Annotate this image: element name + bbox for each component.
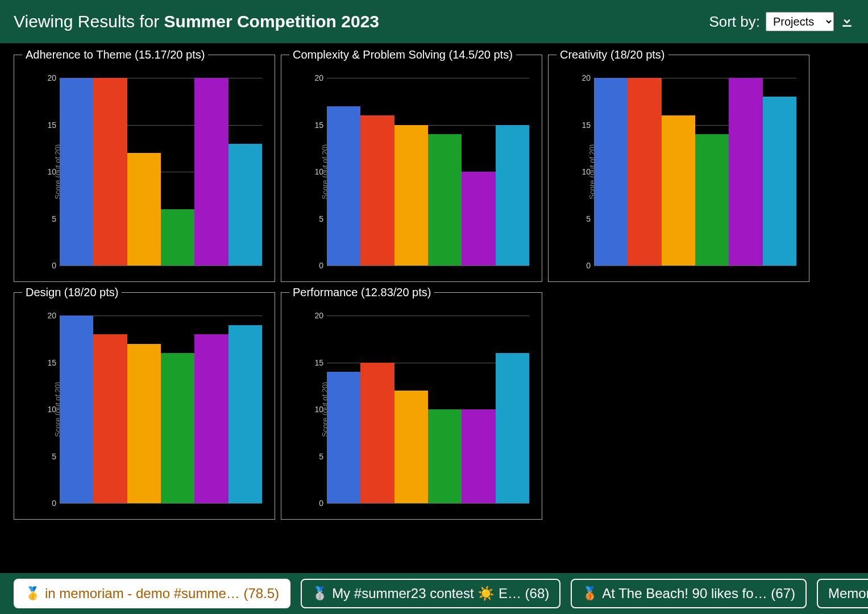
bar-4[interactable]: [462, 409, 495, 503]
chart-title: Performance (12.83/20 pts): [293, 286, 431, 299]
page-title: Viewing Results for Summer Competition 2…: [14, 12, 379, 31]
tick-label: 0: [586, 261, 594, 270]
gridline: [327, 503, 529, 504]
tick-label: 0: [319, 261, 327, 270]
bar-2[interactable]: [662, 115, 695, 265]
result-pill-2[interactable]: 🥉At The Beach! 90 likes fo… (67): [571, 579, 807, 608]
tick-label: 0: [319, 499, 327, 508]
tick-label: 20: [314, 311, 327, 320]
chart-2: Creativity (18/20 pts)05101520Score (out…: [548, 55, 809, 282]
tick-label: 5: [586, 214, 594, 223]
tick-label: 20: [47, 311, 60, 320]
chart-1: Complexity & Problem Solving (14.5/20 pt…: [281, 55, 542, 282]
chart-4: Performance (12.83/20 pts)05101520Score …: [281, 292, 542, 520]
bar-0[interactable]: [327, 372, 360, 503]
bar-2[interactable]: [127, 344, 161, 504]
chart-title: Creativity (18/20 pts): [560, 48, 665, 61]
bar-1[interactable]: [628, 78, 661, 265]
sort-label: Sort by:: [709, 13, 760, 31]
bar-2[interactable]: [127, 153, 161, 265]
competition-name: Summer Competition 2023: [164, 12, 379, 31]
bar-1[interactable]: [360, 115, 394, 265]
gridline: [327, 265, 529, 266]
title-prefix: Viewing Results for: [14, 12, 164, 31]
bar-2[interactable]: [394, 391, 428, 503]
tick-label: 20: [314, 73, 327, 82]
tick-label: 5: [319, 214, 327, 223]
bar-3[interactable]: [161, 353, 194, 503]
tick-label: 15: [314, 121, 327, 130]
tick-label: 5: [52, 214, 60, 223]
chart-title: Design (18/20 pts): [26, 286, 118, 299]
bar-5[interactable]: [496, 353, 529, 503]
bar-1[interactable]: [93, 334, 127, 503]
gridline: [60, 503, 262, 504]
gridline: [594, 265, 796, 266]
pill-label: My #summer23 contest ☀️ E… (68): [332, 586, 549, 601]
bar-3[interactable]: [695, 134, 729, 265]
chart-3: Design (18/20 pts)05101520Score (out of …: [14, 292, 275, 520]
bar-5[interactable]: [496, 125, 529, 266]
bar-3[interactable]: [428, 409, 462, 503]
bar-2[interactable]: [394, 125, 428, 266]
tick-label: 15: [582, 121, 594, 130]
medal-icon: 🥈: [312, 586, 327, 601]
bar-1[interactable]: [93, 78, 127, 265]
download-icon[interactable]: [840, 14, 854, 29]
result-pill-1[interactable]: 🥈My #summer23 contest ☀️ E… (68): [301, 579, 560, 608]
result-pill-0[interactable]: 🥇in memoriam - demo #summe… (78.5): [14, 579, 290, 608]
tick-label: 15: [314, 358, 327, 367]
tick-label: 15: [47, 358, 60, 367]
footer-bar: 🥇in memoriam - demo #summe… (78.5)🥈My #s…: [0, 573, 868, 614]
tick-label: 15: [47, 121, 60, 130]
bar-1[interactable]: [360, 363, 394, 504]
bar-5[interactable]: [763, 97, 796, 265]
tick-label: 5: [52, 452, 60, 461]
bar-0[interactable]: [60, 316, 93, 503]
chart-title: Complexity & Problem Solving (14.5/20 pt…: [293, 48, 513, 61]
bar-5[interactable]: [229, 144, 262, 266]
bar-4[interactable]: [194, 78, 228, 265]
sort-group: Sort by: Projects: [709, 12, 854, 31]
charts-grid: Adherence to Theme (15.17/20 pts)0510152…: [0, 43, 868, 531]
bar-0[interactable]: [327, 106, 360, 266]
bar-3[interactable]: [428, 134, 462, 265]
bar-0[interactable]: [60, 78, 93, 265]
bar-3[interactable]: [161, 209, 194, 265]
tick-label: 0: [52, 261, 60, 270]
pill-label: in memoriam - demo #summe… (78.5): [45, 586, 279, 601]
tick-label: 20: [47, 73, 60, 82]
bar-0[interactable]: [594, 78, 628, 265]
bar-4[interactable]: [462, 172, 495, 265]
tick-label: 20: [582, 73, 594, 82]
bar-5[interactable]: [229, 325, 262, 504]
medal-icon: 🥇: [25, 586, 40, 601]
result-pill-3[interactable]: Memories | Trail Art: [817, 579, 868, 608]
bar-4[interactable]: [729, 78, 762, 265]
chart-0: Adherence to Theme (15.17/20 pts)0510152…: [14, 55, 275, 282]
medal-icon: 🥉: [582, 586, 597, 601]
pill-label: Memories | Trail Art: [828, 586, 868, 601]
pill-label: At The Beach! 90 likes fo… (67): [602, 586, 795, 601]
chart-title: Adherence to Theme (15.17/20 pts): [26, 48, 205, 61]
gridline: [60, 265, 262, 266]
header-bar: Viewing Results for Summer Competition 2…: [0, 0, 868, 43]
tick-label: 0: [52, 499, 60, 508]
bar-4[interactable]: [194, 334, 228, 503]
tick-label: 5: [319, 452, 327, 461]
sort-select[interactable]: Projects: [766, 12, 834, 31]
